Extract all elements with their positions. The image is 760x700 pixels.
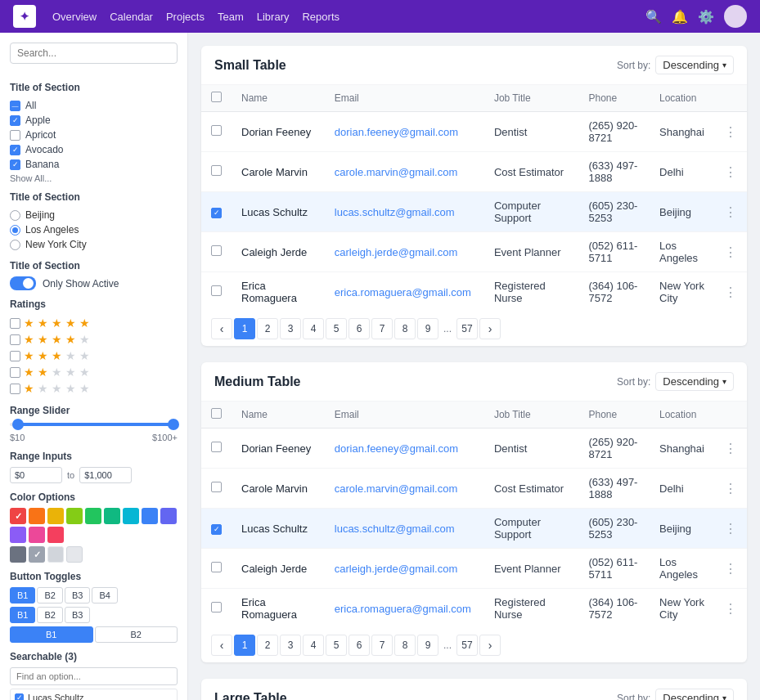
btn-b4-1[interactable]: B4 — [92, 587, 117, 604]
radio-new-york[interactable]: New York City — [10, 237, 178, 252]
search-icon[interactable]: 🔍 — [645, 9, 662, 25]
nav-reports[interactable]: Reports — [302, 11, 340, 23]
email-link[interactable]: lucas.schultz@gmail.com — [335, 523, 455, 535]
pagination-prev[interactable]: ‹ — [211, 635, 232, 656]
color-cyan[interactable] — [123, 508, 139, 524]
radio-beijing-circle[interactable] — [10, 210, 20, 221]
radio-los-angeles[interactable]: Los Angeles — [10, 222, 178, 237]
nav-library[interactable]: Library — [257, 11, 290, 23]
pagination-page-6[interactable]: 6 — [349, 635, 370, 656]
pagination-page-7[interactable]: 7 — [371, 635, 393, 656]
pagination-prev[interactable]: ‹ — [211, 318, 232, 339]
color-rose[interactable] — [47, 527, 64, 543]
btn-b3-2[interactable]: B3 — [65, 607, 90, 623]
radio-la-circle[interactable] — [10, 225, 20, 236]
row-checkbox[interactable] — [211, 165, 222, 176]
rating-2[interactable]: ★★★★★ — [10, 364, 178, 380]
th-checkbox-small[interactable] — [211, 92, 222, 102]
avatar[interactable] — [724, 5, 747, 28]
nav-calendar[interactable]: Calendar — [110, 11, 153, 23]
pagination-page-3[interactable]: 3 — [280, 318, 301, 339]
color-gray[interactable] — [10, 546, 26, 563]
email-link[interactable]: dorian.feeney@gmail.com — [335, 442, 458, 455]
row-menu-button[interactable]: ⋮ — [724, 522, 737, 536]
btn-b2-2[interactable]: B2 — [37, 607, 62, 623]
radio-ny-circle[interactable] — [10, 240, 20, 250]
row-checkbox[interactable] — [211, 562, 222, 572]
checkbox-apple[interactable] — [10, 115, 20, 126]
pagination-page-8[interactable]: 8 — [394, 318, 416, 339]
row-checkbox[interactable] — [211, 442, 222, 452]
checkbox-banana[interactable] — [10, 159, 20, 170]
row-checkbox[interactable] — [211, 245, 222, 256]
rating-1-checkbox[interactable] — [10, 384, 20, 394]
color-indigo[interactable] — [160, 508, 177, 524]
pagination-page-4[interactable]: 4 — [303, 318, 324, 339]
searchable-item-lucas[interactable]: Lucas Schultz — [12, 691, 175, 700]
btn-b1-2[interactable]: B1 — [10, 607, 35, 623]
searchable-checkbox-lucas[interactable] — [15, 693, 24, 701]
range-input-from[interactable] — [10, 467, 62, 483]
pagination-page-1[interactable]: 1 — [234, 635, 255, 656]
pagination-next[interactable]: › — [479, 635, 501, 656]
pagination-page-7[interactable]: 7 — [371, 318, 393, 339]
rating-4[interactable]: ★★★★★ — [10, 331, 178, 348]
email-link[interactable]: carole.marvin@gmail.com — [335, 166, 457, 178]
row-checkbox[interactable] — [211, 125, 222, 136]
rating-5-checkbox[interactable] — [10, 318, 20, 329]
btn-b2-3[interactable]: B2 — [95, 626, 178, 643]
checkbox-all[interactable] — [10, 101, 20, 111]
sidebar-item-all[interactable]: All — [10, 98, 178, 113]
nav-projects[interactable]: Projects — [166, 11, 205, 23]
range-thumb-right[interactable] — [168, 419, 179, 430]
row-menu-button[interactable]: ⋮ — [724, 285, 737, 299]
checkbox-apricot[interactable] — [10, 130, 20, 141]
pagination-last[interactable]: 57 — [456, 318, 478, 339]
btn-b1-1[interactable]: B1 — [10, 587, 35, 604]
color-violet[interactable] — [10, 527, 26, 543]
sort-select-wrap-medium[interactable]: Descending ▾ — [655, 372, 734, 391]
row-menu-button[interactable]: ⋮ — [724, 562, 737, 576]
rating-5[interactable]: ★★★★★ — [10, 315, 178, 331]
active-toggle[interactable] — [10, 276, 36, 290]
searchable-search-input[interactable] — [10, 667, 178, 685]
row-menu-button[interactable]: ⋮ — [724, 125, 737, 139]
color-verylightgray[interactable] — [47, 546, 64, 563]
email-link[interactable]: lucas.schultz@gmail.com — [335, 206, 455, 218]
range-input-to[interactable] — [79, 467, 132, 483]
pagination-page-5[interactable]: 5 — [326, 318, 347, 339]
pagination-next[interactable]: › — [479, 318, 501, 339]
pagination-page-9[interactable]: 9 — [417, 635, 438, 656]
email-link[interactable]: carleigh.jerde@gmail.com — [335, 563, 457, 575]
email-link[interactable]: carleigh.jerde@gmail.com — [335, 246, 457, 258]
sidebar-search-input[interactable] — [10, 43, 178, 64]
row-menu-button[interactable]: ⋮ — [724, 245, 737, 259]
color-emerald[interactable] — [104, 508, 120, 524]
btn-b1-3[interactable]: B1 — [10, 626, 93, 643]
pagination-page-6[interactable]: 6 — [349, 318, 370, 339]
btn-b3-1[interactable]: B3 — [65, 587, 90, 604]
pagination-page-4[interactable]: 4 — [303, 635, 324, 656]
row-menu-button[interactable]: ⋮ — [724, 602, 737, 616]
color-lightgray[interactable] — [29, 546, 45, 563]
pagination-page-2[interactable]: 2 — [257, 635, 278, 656]
pagination-page-2[interactable]: 2 — [257, 318, 278, 339]
pagination-page-9[interactable]: 9 — [417, 318, 438, 339]
logo[interactable]: ✦ — [13, 5, 36, 28]
radio-beijing[interactable]: Beijing — [10, 208, 178, 222]
sidebar-item-avocado[interactable]: Avocado — [10, 142, 178, 157]
pagination-page-8[interactable]: 8 — [394, 635, 416, 656]
color-orange[interactable] — [29, 508, 45, 524]
row-menu-button[interactable]: ⋮ — [724, 205, 737, 219]
th-checkbox-medium[interactable] — [211, 408, 222, 419]
rating-3-checkbox[interactable] — [10, 351, 20, 361]
color-offwhite[interactable] — [66, 546, 83, 563]
bell-icon[interactable]: 🔔 — [672, 9, 688, 25]
row-menu-button[interactable]: ⋮ — [724, 482, 737, 496]
rating-4-checkbox[interactable] — [10, 334, 20, 345]
pagination-page-5[interactable]: 5 — [326, 635, 347, 656]
email-link[interactable]: carole.marvin@gmail.com — [335, 482, 457, 495]
row-menu-button[interactable]: ⋮ — [724, 165, 737, 179]
rating-3[interactable]: ★★★★★ — [10, 348, 178, 364]
sidebar-item-banana[interactable]: Banana — [10, 157, 178, 172]
